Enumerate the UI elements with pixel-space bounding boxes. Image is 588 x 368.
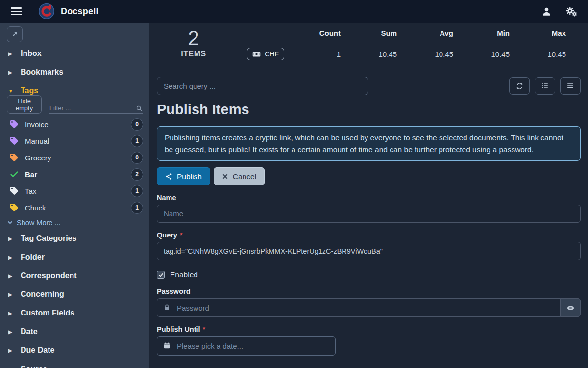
lock-icon	[163, 304, 171, 311]
share-icon	[165, 173, 172, 180]
sidebar-item-inbox[interactable]: ▶ Inbox	[0, 44, 149, 63]
top-bar: Docspell	[0, 0, 588, 23]
query-input[interactable]	[157, 242, 581, 260]
stat-min: 10.45	[453, 50, 510, 58]
stat-avg: 10.45	[397, 50, 453, 58]
menu-icon[interactable]	[11, 7, 22, 15]
tag-controls: Hide empty	[0, 100, 149, 116]
publish-until-input[interactable]	[157, 336, 336, 356]
column-header: Sum	[341, 29, 397, 37]
gears-icon[interactable]	[565, 6, 577, 17]
docspell-logo-icon	[38, 3, 55, 20]
stat-max: 10.45	[510, 50, 566, 58]
column-header: Count	[284, 29, 341, 37]
enabled-label: Enabled	[170, 270, 198, 279]
column-header: Avg	[397, 29, 453, 37]
refresh-button[interactable]	[509, 77, 530, 95]
column-header: Max	[510, 29, 566, 37]
search-input[interactable]	[157, 77, 368, 95]
tag-filter	[49, 105, 143, 114]
required-marker: *	[203, 325, 206, 333]
tag-icon	[10, 187, 19, 195]
items-count-value: 2	[157, 27, 230, 50]
caret-right-icon: ▶	[8, 51, 14, 56]
sidebar-item-concerning[interactable]: ▶ Concerning	[0, 285, 149, 304]
items-count: 2 ITEMS	[157, 23, 230, 72]
publish-until-label: Publish Until*	[157, 325, 581, 333]
sidebar: ▶ Inbox ▶ Bookmarks ▼ Tags Hide empty In…	[0, 23, 149, 368]
caret-right-icon: ▶	[8, 311, 14, 316]
calendar-icon	[163, 342, 171, 349]
caret-right-icon: ▶	[8, 236, 14, 241]
tag-icon	[10, 120, 19, 128]
collapse-sidebar-button[interactable]	[7, 26, 23, 42]
tag-count-badge: 0	[131, 118, 143, 131]
items-count-label: ITEMS	[157, 50, 230, 58]
tag-row-manual[interactable]: Manual 1	[0, 132, 149, 149]
page-title: Publish Items	[157, 102, 581, 118]
stat-sum: 10.45	[341, 50, 397, 58]
tag-count-badge: 2	[131, 168, 143, 181]
tag-row-tax[interactable]: Tax 1	[0, 183, 149, 199]
query-label: Query*	[157, 231, 581, 239]
enabled-checkbox[interactable]	[157, 271, 165, 279]
expand-icon	[11, 30, 19, 38]
caret-right-icon: ▶	[8, 348, 14, 353]
bars-icon	[566, 82, 574, 90]
stats-summary: 2 ITEMS Count Sum Avg Min Max	[157, 23, 581, 72]
caret-right-icon: ▶	[8, 273, 14, 279]
tag-row-grocery[interactable]: Grocery 0	[0, 149, 149, 166]
hide-empty-button[interactable]: Hide empty	[7, 95, 42, 114]
sidebar-item-folder[interactable]: ▶ Folder	[0, 248, 149, 266]
refresh-icon	[515, 82, 524, 90]
sidebar-item-correspondent[interactable]: ▶ Correspondent	[0, 266, 149, 285]
name-label: Name	[157, 194, 581, 202]
search-toolbar	[157, 77, 581, 95]
tag-count-badge: 0	[131, 152, 143, 164]
menu-view-button[interactable]	[560, 77, 581, 95]
tag-filter-input[interactable]	[49, 105, 136, 112]
money-bill-icon	[252, 51, 261, 57]
tag-row-chuck[interactable]: Chuck 1	[0, 199, 149, 216]
caret-right-icon: ▶	[8, 255, 14, 260]
app-title: Docspell	[61, 6, 98, 17]
stat-count: 1	[284, 50, 341, 58]
required-marker: *	[180, 231, 183, 239]
sidebar-item-tag-categories[interactable]: ▶ Tag Categories	[0, 229, 149, 248]
sidebar-item-source[interactable]: ▶ Source	[0, 360, 149, 368]
password-input[interactable]	[157, 298, 581, 317]
tag-row-bar[interactable]: Bar 2	[0, 166, 149, 183]
sidebar-item-date[interactable]: ▶ Date	[0, 322, 149, 341]
show-more-link[interactable]: Show More ...	[0, 216, 149, 229]
publish-button[interactable]: Publish	[157, 167, 210, 185]
search-icon	[136, 105, 143, 112]
tag-count-badge: 1	[131, 135, 143, 147]
tag-count-badge: 1	[131, 185, 143, 197]
chevron-down-icon	[7, 219, 13, 226]
toggle-password-visibility-button[interactable]	[560, 298, 581, 317]
tag-icon	[10, 204, 19, 211]
check-icon	[10, 170, 19, 179]
currency-badge: CHF	[247, 48, 284, 60]
tag-row-invoice[interactable]: Invoice 0	[0, 116, 149, 132]
close-icon	[222, 173, 228, 180]
caret-right-icon: ▶	[8, 292, 14, 297]
table-row: CHF 1 10.45 10.45 10.45 10.45	[230, 42, 566, 60]
user-icon[interactable]	[541, 6, 552, 17]
publish-info-message: Publishing items creates a cryptic link,…	[157, 126, 581, 161]
main-content: 2 ITEMS Count Sum Avg Min Max	[149, 23, 588, 368]
column-header: Min	[453, 29, 510, 37]
sidebar-item-custom-fields[interactable]: ▶ Custom Fields	[0, 304, 149, 322]
eye-icon	[566, 304, 575, 312]
name-input[interactable]	[157, 205, 581, 223]
list-view-button[interactable]	[535, 77, 555, 95]
tag-icon	[10, 137, 19, 145]
tag-count-badge: 1	[131, 202, 143, 214]
caret-right-icon: ▶	[8, 367, 14, 368]
sidebar-item-due-date[interactable]: ▶ Due Date	[0, 341, 149, 360]
password-label: Password	[157, 288, 581, 295]
caret-right-icon: ▶	[8, 70, 14, 75]
sidebar-item-bookmarks[interactable]: ▶ Bookmarks	[0, 63, 149, 81]
cancel-button[interactable]: Cancel	[214, 167, 265, 185]
caret-down-icon: ▼	[8, 88, 14, 94]
